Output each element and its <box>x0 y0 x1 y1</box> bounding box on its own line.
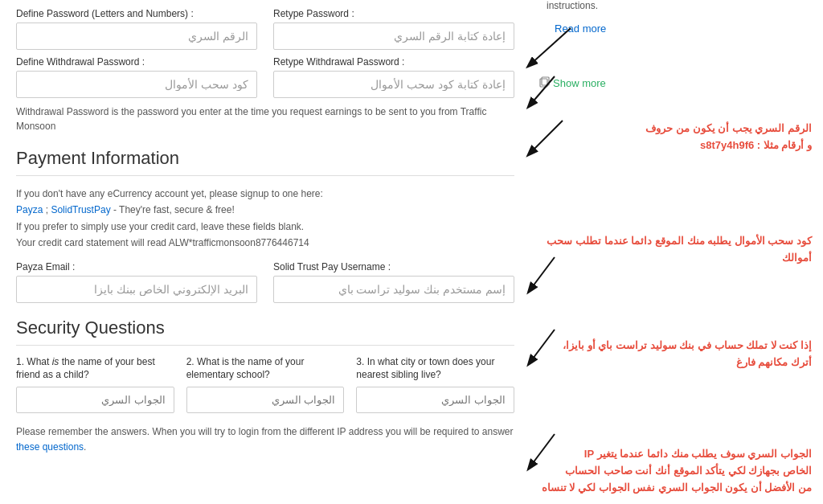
page-wrapper: Define Password (Letters and Numbers) : … <box>0 0 823 504</box>
retype-password-label: Retype Password : <box>273 8 514 19</box>
arrow-password-annotation <box>522 104 683 169</box>
retype-withdrawal-group: Retype Withdrawal Password : <box>273 56 514 98</box>
payment-desc-line1: If you don't have any eCurrency account … <box>16 188 323 199</box>
security-q1-answer[interactable] <box>16 387 174 413</box>
define-withdrawal-input[interactable] <box>16 71 257 98</box>
instructions-text: instructions. <box>547 0 598 11</box>
payment-fields-row: Payza Email : Solid Trust Pay Username : <box>16 261 514 303</box>
define-password-input[interactable] <box>16 23 257 50</box>
define-password-group: Define Password (Letters and Numbers) : <box>16 8 257 50</box>
bottom-note: Please remember the answers. When you wi… <box>16 424 514 455</box>
payment-section: Payment Information If you don't have an… <box>16 148 514 303</box>
retype-withdrawal-label: Retype Withdrawal Password : <box>273 56 514 68</box>
solidtrust-input[interactable] <box>273 276 514 303</box>
security-q3-text: 3. In what city or town does your neares… <box>356 355 514 383</box>
arrow-security-annotation <box>522 426 667 474</box>
define-password-label: Define Password (Letters and Numbers) : <box>16 8 257 19</box>
password-section: Define Password (Letters and Numbers) : … <box>16 8 514 133</box>
security-q3-group: 3. In what city or town does your neares… <box>356 355 514 414</box>
payment-desc-line3: If you prefer to simply use your credit … <box>16 221 304 232</box>
withdrawal-row: Define Withdrawal Password : Retype With… <box>16 56 514 98</box>
main-content: Define Password (Letters and Numbers) : … <box>0 0 530 484</box>
security-q1-text: 1. What is the name of your best friend … <box>16 355 174 383</box>
payment-description: If you don't have any eCurrency account … <box>16 186 514 252</box>
security-q2-answer[interactable] <box>186 387 345 413</box>
desc-line2: - They're fast, secure & free! <box>111 204 235 215</box>
separator: ; <box>43 204 51 215</box>
solidtrust-link[interactable]: SolidTrustPay <box>51 204 110 215</box>
security-section: Security Questions 1. What is the name o… <box>16 318 514 456</box>
solidtrust-group: Solid Trust Pay Username : <box>273 261 514 303</box>
security-q1-group: 1. What is the name of your best friend … <box>16 355 174 414</box>
withdrawal-note: Withdrawal Password is the password you … <box>16 104 514 133</box>
security-questions-row: 1. What is the name of your best friend … <box>16 355 514 414</box>
security-q2-text: 2. What is the name of your elementary s… <box>186 355 345 383</box>
payza-email-group: Payza Email : <box>16 261 257 303</box>
solidtrust-label: Solid Trust Pay Username : <box>273 261 514 272</box>
arrow-solidtrust-annotation <box>522 322 667 370</box>
bottom-note-text: Please remember the answers. When you wi… <box>16 426 514 437</box>
payza-email-input[interactable] <box>16 276 257 303</box>
security-note-ar-3: من الأفضل أن يكون الجواب السري نفس الجوا… <box>542 481 812 494</box>
security-title: Security Questions <box>16 318 514 346</box>
payment-title: Payment Information <box>16 148 514 176</box>
password-example-ar: و أرقام مثلا : s8t7y4h9f6 <box>700 139 812 151</box>
security-q2-group: 2. What is the name of your elementary s… <box>186 355 345 414</box>
payza-email-label: Payza Email : <box>16 261 257 272</box>
define-withdrawal-label: Define Withdrawal Password : <box>16 56 257 68</box>
annotation-area: instructions. Read more Show more <box>522 0 820 504</box>
these-questions-link[interactable]: these questions <box>16 441 84 453</box>
payment-desc-line4: Your credit card statement will read ALW… <box>16 237 309 248</box>
password-row: Define Password (Letters and Numbers) : … <box>16 8 514 50</box>
define-withdrawal-group: Define Withdrawal Password : <box>16 56 257 98</box>
retype-password-group: Retype Password : <box>273 8 514 50</box>
payza-link[interactable]: Payza <box>16 204 43 215</box>
retype-password-input[interactable] <box>273 23 514 50</box>
arrow-withdrawal-annotation <box>522 245 667 301</box>
security-q3-answer[interactable] <box>356 387 514 413</box>
retype-withdrawal-input[interactable] <box>273 71 514 98</box>
